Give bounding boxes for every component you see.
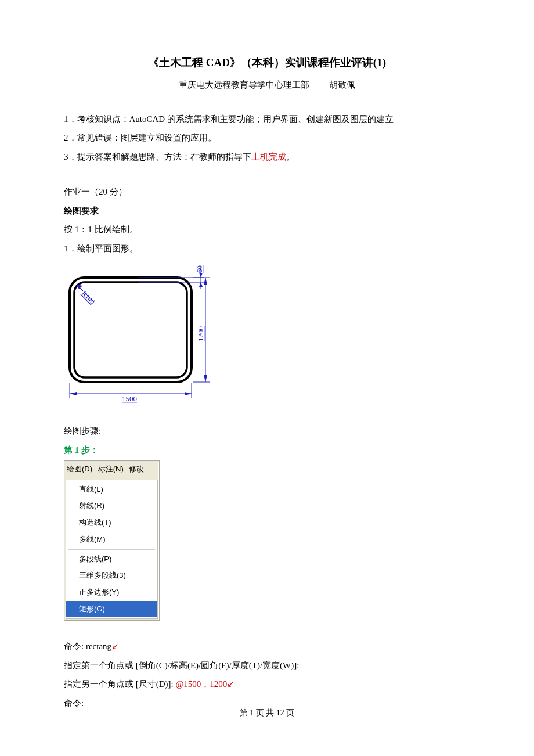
svg-marker-18 xyxy=(77,285,82,289)
menu-item-ray[interactable]: 射线(R) xyxy=(66,498,157,514)
point-3-red: 上机完成 xyxy=(251,152,286,161)
page-footer: 第 1 页 共 12 页 xyxy=(0,705,534,721)
point-3: 3．提示答案和解题思路、方法：在教师的指导下上机完成。 xyxy=(64,149,470,165)
svg-marker-5 xyxy=(70,392,77,395)
subtitle: 重庆电大远程教育导学中心理工部 胡敬佩 xyxy=(64,77,470,93)
dim-right-label: 1200 xyxy=(196,326,205,341)
hw-header: 作业一（20 分） xyxy=(64,183,470,200)
menu-draw[interactable]: 绘图(D) xyxy=(67,465,92,473)
dim-top-label: 60 xyxy=(195,265,204,273)
steps-label: 绘图步骤: xyxy=(64,423,470,440)
menu-item-mline[interactable]: 多线(M) xyxy=(66,531,157,548)
author: 胡敬佩 xyxy=(329,80,355,89)
menu-item-3dpoly[interactable]: 三维多段线(3) xyxy=(66,567,157,584)
cmd-line-1: 命令: rectang↙ xyxy=(64,638,470,655)
enter-icon-2: ↙ xyxy=(227,679,234,689)
menu-modify[interactable]: 修改 xyxy=(129,465,144,473)
svg-marker-6 xyxy=(185,392,192,395)
svg-marker-10 xyxy=(204,278,207,285)
cad-figure: 60 1200 1500 R140 xyxy=(64,260,221,405)
page-title: 《土木工程 CAD》（本科）实训课程作业评讲(1) xyxy=(64,52,470,73)
menu-item-rectangle[interactable]: 矩形(G) xyxy=(66,601,157,618)
org: 重庆电大远程教育导学中心理工部 xyxy=(179,80,309,89)
dim-radius-label: R140 xyxy=(80,289,96,305)
cmd3-text: 指定另一个角点或 [尺寸(D)]: xyxy=(64,679,175,689)
hw-req2: 1．绘制平面图形。 xyxy=(64,240,470,257)
menu-screenshot: 绘图(D) 标注(N) 修改 直线(L) 射线(R) 构造线(T) 多线(M) … xyxy=(64,460,160,621)
point-1: 1．考核知识点：AutoCAD 的系统需求和主要功能；用户界面、创建新图及图层的… xyxy=(64,111,470,128)
dim-bottom-label: 1500 xyxy=(122,394,137,403)
svg-marker-11 xyxy=(204,375,207,382)
point-2: 2．常见错误：图层建立和设置的应用。 xyxy=(64,129,470,146)
step-1-label: 第 1 步： xyxy=(64,442,470,459)
menu-list: 直线(L) 射线(R) 构造线(T) 多线(M) 多段线(P) 三维多段线(3)… xyxy=(66,480,158,620)
svg-marker-16 xyxy=(199,282,203,287)
menu-bar: 绘图(D) 标注(N) 修改 xyxy=(64,461,159,478)
point-3-b: 。 xyxy=(286,152,295,161)
cmd-line-3: 指定另一个角点或 [尺寸(D)]: @1500，1200↙ xyxy=(64,676,470,693)
enter-icon: ↙ xyxy=(111,641,119,651)
menu-item-polygon[interactable]: 正多边形(Y) xyxy=(66,584,157,601)
cmd1-text: 命令: rectang xyxy=(64,642,111,651)
menu-item-pline[interactable]: 多段线(P) xyxy=(66,551,157,568)
menu-item-line[interactable]: 直线(L) xyxy=(66,481,157,498)
hw-req-title: 绘图要求 xyxy=(64,203,470,219)
cmd-line-2: 指定第一个角点或 [倒角(C)/标高(E)/圆角(F)/厚度(T)/宽度(W)]… xyxy=(64,657,470,674)
point-3-a: 3．提示答案和解题思路、方法：在教师的指导下 xyxy=(64,152,251,161)
svg-marker-15 xyxy=(199,273,203,278)
hw-req1: 按 1：1 比例绘制。 xyxy=(64,221,470,238)
menu-item-xline[interactable]: 构造线(T) xyxy=(66,514,157,531)
menu-dimension[interactable]: 标注(N) xyxy=(98,465,124,473)
cmd3-red: @1500，1200 xyxy=(175,679,227,689)
